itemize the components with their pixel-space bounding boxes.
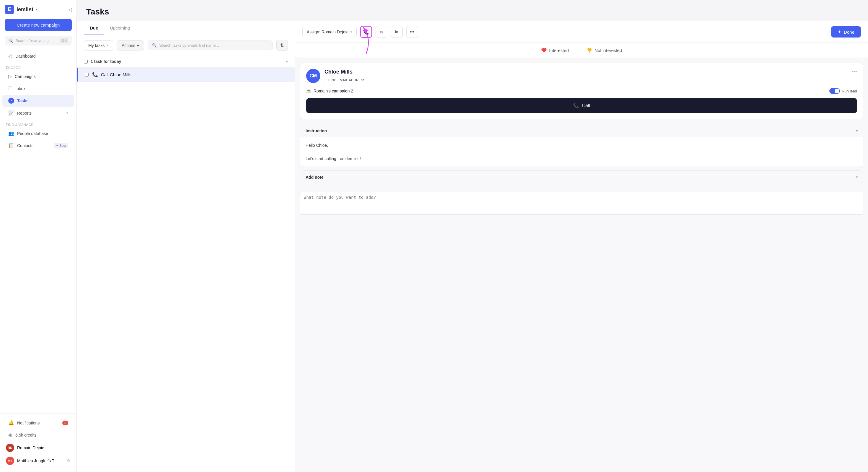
toggle-switch[interactable] <box>829 88 840 94</box>
task-toolbar: My tasks ▾ Actions ▾ 🔍 Search tasks by e… <box>77 35 295 56</box>
sidebar-item-inbox[interactable]: ☐ Inbox <box>2 83 74 94</box>
done-sparkle-icon: ✦ <box>838 29 841 35</box>
settings-icon[interactable]: ⚙ <box>67 459 70 463</box>
search-shortcut: ⌘K <box>60 38 68 43</box>
linkedin-action-button[interactable]: in <box>391 26 403 38</box>
sidebar: E lemlist ▾ ◁ Create new campaign 🔍 Sear… <box>0 0 77 472</box>
add-note-label: Add note <box>306 175 323 180</box>
contact-header: CM Chloe Mills FIND EMAIL ADDRESS ••• <box>306 69 857 83</box>
thumbdown-icon: 👎 <box>587 48 592 53</box>
task-group-expand-icon[interactable]: ▾ <box>286 59 288 64</box>
sidebar-item-label: People database <box>17 131 48 136</box>
logo-area: E lemlist ▾ <box>5 5 37 14</box>
tasks-search[interactable]: 🔍 Search tasks by email, first name... <box>148 40 273 50</box>
actions-button[interactable]: Actions ▾ <box>117 40 144 51</box>
call-action-button[interactable]: 📞 <box>360 26 372 38</box>
user-name-2: Matthieu Jungfer's T... <box>17 459 57 463</box>
task-checkbox[interactable] <box>85 73 89 77</box>
not-interested-button[interactable]: 👎 Not interested <box>587 48 622 53</box>
assign-button[interactable]: Assign: Romain Dejoie ▾ <box>302 27 356 37</box>
credits-icon: ◉ <box>8 432 12 438</box>
sidebar-item-campaigns[interactable]: ▷ Campaigns <box>2 70 74 82</box>
sort-button[interactable]: ⇅ <box>276 40 288 51</box>
campaigns-icon: ▷ <box>8 73 12 79</box>
notifications-icon: 🔔 <box>8 420 14 425</box>
find-email-button[interactable]: FIND EMAIL ADDRESS <box>324 77 369 83</box>
instruction-line1: Hello Chloe, <box>306 142 858 149</box>
sidebar-item-dashboard[interactable]: ◎ Dashboard <box>2 50 74 62</box>
done-button[interactable]: ✦ Done <box>831 26 861 37</box>
sidebar-item-notifications[interactable]: 🔔 Notifications 3 <box>2 417 74 429</box>
create-campaign-button[interactable]: Create new campaign <box>5 19 72 31</box>
global-search[interactable]: 🔍 Search for anything ⌘K <box>5 36 72 46</box>
heart-icon: ❤️ <box>541 48 547 53</box>
sidebar-item-tasks[interactable]: ✓ Tasks <box>2 95 74 107</box>
task-item[interactable]: 📞 Call Chloe Mills <box>77 68 295 82</box>
inbox-icon: ☐ <box>8 86 12 91</box>
search-tasks-icon: 🔍 <box>152 43 157 48</box>
contact-more-button[interactable]: ••• <box>851 69 857 75</box>
sidebar-item-people-database[interactable]: 👥 People database <box>2 127 74 139</box>
sidebar-item-label: Notifications <box>17 421 39 425</box>
campaign-emoji: ☕ <box>306 89 311 93</box>
call-big-button[interactable]: 📞 Call <box>306 98 857 113</box>
task-panel: Due Upcoming My tasks ▾ Actions ▾ 🔍 Sear… <box>77 21 295 472</box>
instruction-chevron-icon: ▾ <box>856 129 858 133</box>
done-label: Done <box>844 30 855 35</box>
phone-task-icon: 📞 <box>92 72 98 78</box>
page-title: Tasks <box>77 0 868 21</box>
campaign-link[interactable]: Romain's campaign 2 <box>314 89 353 93</box>
interested-label: Interested <box>549 48 569 53</box>
user-row-romain[interactable]: RD Romain Dejoie <box>0 441 76 454</box>
sidebar-item-contacts[interactable]: 📋 Contacts ✦ Beta <box>2 140 74 151</box>
find-manage-section-label: Find & Manage <box>0 119 76 127</box>
sidebar-item-label: Inbox <box>16 86 25 91</box>
interested-button[interactable]: ❤️ Interested <box>541 48 569 53</box>
add-note-header[interactable]: Add note ▾ <box>300 171 863 184</box>
user-row-matthieu[interactable]: MJ Matthieu Jungfer's T... ⚙ <box>0 454 76 467</box>
contact-avatar: CM <box>306 69 320 83</box>
user-name: Romain Dejoie <box>17 445 44 450</box>
instruction-label: Instruction <box>306 128 327 133</box>
my-tasks-filter[interactable]: My tasks ▾ <box>84 40 113 51</box>
instruction-section-header[interactable]: Instruction ▾ <box>300 124 863 137</box>
annotation-container: Assign: Romain Dejoie ▾ 📞 ✉ in ••• <box>295 21 868 43</box>
tab-due[interactable]: Due <box>84 21 104 35</box>
sidebar-item-credits[interactable]: ◉ 6.5k credits <box>2 429 74 441</box>
sidebar-item-label: 6.5k credits <box>16 433 37 437</box>
note-textarea[interactable] <box>300 191 863 215</box>
instruction-line2: Let's start calling from lemlist ! <box>306 155 858 162</box>
instruction-section: Instruction ▾ Hello Chloe, Let's start c… <box>300 124 863 167</box>
sidebar-item-label: Reports <box>17 111 32 116</box>
sort-icon: ⇅ <box>280 43 284 48</box>
instruction-body: Hello Chloe, Let's start calling from le… <box>300 137 863 167</box>
engage-section-label: Engage <box>0 62 76 70</box>
search-placeholder: Search for anything <box>16 38 49 43</box>
logo-icon: E <box>5 5 14 14</box>
sidebar-bottom: 🔔 Notifications 3 ◉ 6.5k credits RD Roma… <box>0 413 76 467</box>
contacts-icon: 📋 <box>8 143 14 148</box>
actions-chevron-icon: ▾ <box>137 43 139 48</box>
call-label: Call <box>582 103 590 109</box>
sidebar-item-label: Tasks <box>17 98 29 103</box>
tab-upcoming[interactable]: Upcoming <box>104 21 136 35</box>
active-indicator: ✓ <box>8 98 14 104</box>
call-phone-icon: 📞 <box>573 103 579 109</box>
detail-panel: Assign: Romain Dejoie ▾ 📞 ✉ in ••• <box>295 21 868 472</box>
contact-card: CM Chloe Mills FIND EMAIL ADDRESS ••• ☕ … <box>300 63 863 119</box>
email-action-button[interactable]: ✉ <box>376 26 388 38</box>
app-name: lemlist <box>17 6 33 13</box>
more-actions-button[interactable]: ••• <box>406 26 418 38</box>
logo-chevron-icon[interactable]: ▾ <box>36 7 37 11</box>
sidebar-item-label: Contacts <box>17 143 33 148</box>
task-group-header: 1 task for today ▾ <box>77 56 295 68</box>
not-interested-label: Not interested <box>595 48 622 53</box>
contact-name: Chloe Mills <box>324 69 847 75</box>
dashboard-icon: ◎ <box>8 53 12 59</box>
search-icon: 🔍 <box>8 38 13 43</box>
run-lead-toggle[interactable]: Run lead <box>829 88 857 94</box>
sidebar-item-reports[interactable]: 📈 Reports ▾ <box>2 107 74 119</box>
collapse-sidebar-icon[interactable]: ◁ <box>68 7 72 12</box>
sidebar-item-label: Campaigns <box>15 74 36 79</box>
task-group-checkbox[interactable] <box>84 60 88 63</box>
